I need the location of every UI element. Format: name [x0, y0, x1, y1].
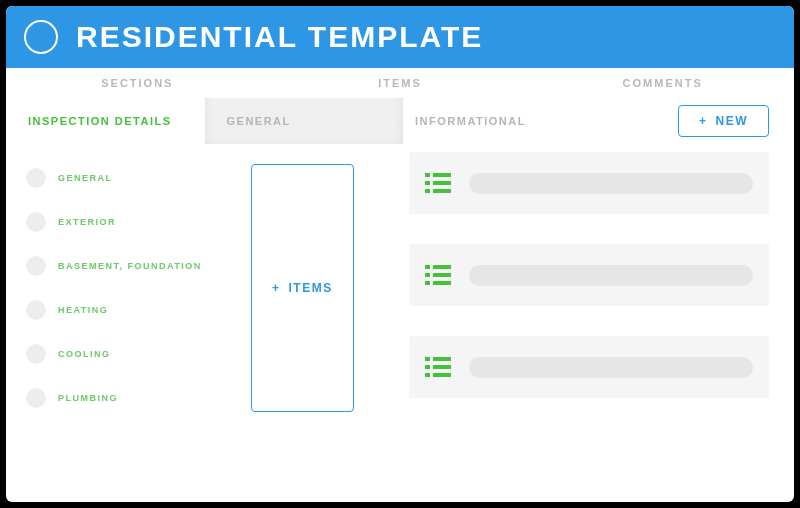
items-button-label: ITEMS: [289, 281, 333, 295]
left-column: INSPECTION DETAILS GENERAL GENERAL EXTER…: [6, 98, 403, 502]
svg-rect-14: [425, 365, 430, 369]
svg-rect-7: [433, 265, 451, 269]
svg-rect-13: [433, 357, 451, 361]
app-frame: RESIDENTIAL TEMPLATE SECTIONS ITEMS COMM…: [6, 6, 794, 502]
svg-rect-1: [433, 173, 451, 177]
svg-rect-4: [425, 189, 430, 193]
items-button-wrap: + ITEMS: [251, 164, 391, 412]
plus-icon: +: [272, 282, 281, 294]
nav-tabs: SECTIONS ITEMS COMMENTS: [6, 68, 794, 98]
subtab-general[interactable]: GENERAL: [205, 98, 404, 144]
new-button[interactable]: + NEW: [678, 105, 769, 137]
svg-rect-12: [425, 357, 430, 361]
plus-icon: +: [699, 115, 708, 127]
svg-rect-15: [433, 365, 451, 369]
section-row-general[interactable]: GENERAL: [18, 164, 235, 192]
right-header: INFORMATIONAL + NEW: [403, 98, 794, 144]
nav-tab-sections[interactable]: SECTIONS: [6, 68, 269, 98]
section-row-plumbing[interactable]: PLUMBING: [18, 384, 235, 412]
info-card[interactable]: [409, 244, 769, 306]
section-row-cooling[interactable]: COOLING: [18, 340, 235, 368]
svg-rect-8: [425, 273, 430, 277]
section-list: GENERAL EXTERIOR BASEMENT, FOUNDATION HE…: [18, 164, 235, 412]
section-row-heating[interactable]: HEATING: [18, 296, 235, 324]
section-dot-icon: [26, 344, 46, 364]
svg-rect-16: [425, 373, 430, 377]
left-body: GENERAL EXTERIOR BASEMENT, FOUNDATION HE…: [6, 144, 403, 412]
section-label: GENERAL: [58, 173, 113, 183]
nav-tab-comments[interactable]: COMMENTS: [531, 68, 794, 98]
top-bar: RESIDENTIAL TEMPLATE: [6, 6, 794, 68]
section-dot-icon: [26, 168, 46, 188]
svg-rect-9: [433, 273, 451, 277]
bullet-list-icon: [425, 265, 451, 285]
avatar-circle-icon: [24, 20, 58, 54]
content-placeholder: [469, 265, 753, 286]
info-card[interactable]: [409, 336, 769, 398]
section-label: COOLING: [58, 349, 111, 359]
info-card[interactable]: [409, 152, 769, 214]
section-dot-icon: [26, 388, 46, 408]
svg-rect-17: [433, 373, 451, 377]
content-placeholder: [469, 357, 753, 378]
content-area: INSPECTION DETAILS GENERAL GENERAL EXTER…: [6, 98, 794, 502]
card-list: [403, 144, 794, 502]
section-row-basement-foundation[interactable]: BASEMENT, FOUNDATION: [18, 252, 235, 280]
bullet-list-icon: [425, 173, 451, 193]
svg-rect-5: [433, 189, 451, 193]
section-dot-icon: [26, 300, 46, 320]
svg-rect-6: [425, 265, 430, 269]
page-title: RESIDENTIAL TEMPLATE: [76, 22, 483, 52]
bullet-list-icon: [425, 357, 451, 377]
svg-rect-2: [425, 181, 430, 185]
right-column: INFORMATIONAL + NEW: [403, 98, 794, 502]
items-button[interactable]: + ITEMS: [251, 164, 354, 412]
svg-rect-10: [425, 281, 430, 285]
section-label: HEATING: [58, 305, 108, 315]
svg-rect-11: [433, 281, 451, 285]
section-label: EXTERIOR: [58, 217, 116, 227]
content-placeholder: [469, 173, 753, 194]
section-dot-icon: [26, 212, 46, 232]
right-heading: INFORMATIONAL: [415, 115, 526, 127]
section-label: BASEMENT, FOUNDATION: [58, 261, 202, 271]
subtab-inspection-details[interactable]: INSPECTION DETAILS: [6, 98, 205, 144]
left-subtabs: INSPECTION DETAILS GENERAL: [6, 98, 403, 144]
svg-rect-0: [425, 173, 430, 177]
new-button-label: NEW: [716, 114, 749, 128]
section-label: PLUMBING: [58, 393, 118, 403]
section-row-exterior[interactable]: EXTERIOR: [18, 208, 235, 236]
section-dot-icon: [26, 256, 46, 276]
svg-rect-3: [433, 181, 451, 185]
nav-tab-items[interactable]: ITEMS: [269, 68, 532, 98]
